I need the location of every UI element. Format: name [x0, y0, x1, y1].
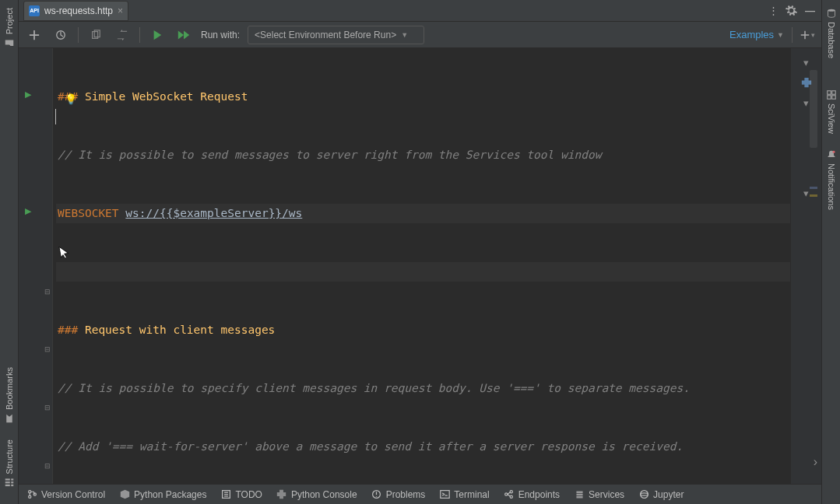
- api-icon: API: [29, 5, 40, 16]
- database-icon: [826, 8, 837, 19]
- http-toolbar: Run with: <Select Environment Before Run…: [19, 22, 821, 48]
- file-tab-ws-requests[interactable]: API ws-requests.http ×: [23, 1, 128, 21]
- jupyter-label: Jupyter: [653, 489, 684, 500]
- svg-point-15: [28, 491, 30, 493]
- svg-rect-9: [827, 96, 831, 100]
- scrollbar-thumb[interactable]: [810, 70, 817, 148]
- chevron-down-icon: ▼: [401, 31, 408, 39]
- sciview-tab-label: SciView: [827, 103, 836, 134]
- text-caret: [55, 109, 56, 124]
- sciview-tab[interactable]: SciView: [826, 82, 837, 142]
- add-env-button[interactable]: ▾: [800, 30, 815, 40]
- python-packages-button[interactable]: Python Packages: [119, 489, 206, 500]
- notifications-tab[interactable]: Notifications: [826, 142, 837, 218]
- run-gutter-icon[interactable]: ▶: [25, 206, 31, 216]
- error-stripe[interactable]: [810, 70, 817, 436]
- svg-point-11: [832, 151, 835, 153]
- svg-point-23: [510, 495, 512, 498]
- svg-point-6: [828, 9, 835, 12]
- terminal-icon: [439, 489, 450, 500]
- endpoints-button[interactable]: Endpoints: [504, 489, 560, 500]
- sciview-icon: [826, 89, 837, 100]
- jupyter-icon: [638, 489, 649, 500]
- svg-rect-1: [5, 485, 9, 486]
- copy-button[interactable]: [86, 26, 105, 44]
- toolbar-divider: [78, 27, 79, 43]
- terminal-button[interactable]: Terminal: [439, 489, 489, 500]
- svg-rect-4: [11, 479, 13, 481]
- chevron-down-icon: ▼: [777, 31, 784, 39]
- code-editor[interactable]: ### Simple WebSocket Request // It is po…: [53, 48, 821, 484]
- project-tab-label: Project: [5, 8, 14, 34]
- editor-area: ▶ ▶ ⊟ ⊟ ⊟ ⊟ ### Simple WebSocket Request…: [19, 48, 821, 484]
- close-tab-icon[interactable]: ×: [118, 5, 123, 16]
- structure-icon: [4, 478, 15, 488]
- svg-point-22: [510, 491, 512, 493]
- examples-label: Examples: [729, 29, 774, 40]
- package-icon: [119, 489, 130, 500]
- more-menu-icon[interactable]: ⋮: [768, 5, 778, 16]
- terminal-label: Terminal: [454, 489, 489, 500]
- environment-select[interactable]: <Select Environment Before Run> ▼: [248, 26, 424, 44]
- folder-icon: [4, 37, 15, 48]
- svg-rect-0: [11, 485, 13, 486]
- project-tab[interactable]: Project: [4, 0, 15, 56]
- svg-rect-2: [11, 482, 13, 484]
- fold-icon[interactable]: ⊟: [44, 345, 51, 353]
- minimize-icon[interactable]: —: [805, 5, 815, 16]
- python-icon: [276, 489, 287, 500]
- svg-point-24: [640, 491, 648, 499]
- add-request-button[interactable]: [25, 26, 44, 44]
- problems-button[interactable]: Problems: [371, 489, 426, 500]
- gear-icon[interactable]: [786, 5, 797, 16]
- marker: [810, 187, 817, 189]
- python-console-button[interactable]: Python Console: [276, 489, 357, 500]
- svg-rect-10: [831, 96, 835, 100]
- run-all-button[interactable]: [174, 26, 193, 44]
- run-with-label: Run with:: [201, 30, 240, 40]
- toolbar-divider: [792, 27, 793, 43]
- python-packages-label: Python Packages: [134, 489, 206, 500]
- chevron-down-icon: ▾: [811, 31, 815, 39]
- version-control-button[interactable]: Version Control: [26, 489, 105, 500]
- fold-icon[interactable]: ⊟: [44, 404, 51, 411]
- structure-tab-label: Structure: [5, 439, 14, 474]
- toolbar-divider: [139, 27, 140, 43]
- services-button[interactable]: Services: [574, 489, 624, 500]
- problems-label: Problems: [386, 489, 426, 500]
- left-toolwindow-bar: Project Bookmarks Structure: [0, 0, 19, 504]
- convert-button[interactable]: [113, 26, 132, 44]
- todo-icon: [220, 489, 231, 500]
- bookmarks-tab[interactable]: Bookmarks: [4, 359, 15, 432]
- python-console-label: Python Console: [291, 489, 357, 500]
- run-gutter-icon[interactable]: ▶: [25, 89, 31, 100]
- bell-icon: [826, 149, 837, 160]
- svg-point-25: [640, 493, 648, 495]
- todo-button[interactable]: TODO: [220, 489, 262, 500]
- run-button[interactable]: [148, 26, 167, 44]
- svg-point-16: [28, 495, 30, 498]
- notifications-tab-label: Notifications: [827, 163, 836, 210]
- endpoints-icon: [504, 489, 515, 500]
- intention-bulb-icon[interactable]: 💡: [65, 89, 77, 109]
- bookmarks-tab-label: Bookmarks: [5, 367, 14, 410]
- jupyter-button[interactable]: Jupyter: [638, 489, 684, 500]
- chevron-right-icon[interactable]: ›: [814, 455, 817, 469]
- history-button[interactable]: [51, 26, 70, 44]
- problems-icon: [371, 489, 382, 500]
- database-tab-label: Database: [827, 22, 836, 58]
- structure-tab[interactable]: Structure: [4, 432, 15, 496]
- services-label: Services: [589, 489, 624, 500]
- examples-dropdown[interactable]: Examples ▼: [729, 29, 784, 40]
- editor-tabs: API ws-requests.http × ⋮ —: [19, 0, 821, 22]
- chevron-down-icon[interactable]: ▾: [799, 54, 814, 70]
- vcs-icon: [26, 489, 37, 500]
- svg-rect-5: [5, 479, 9, 481]
- marker: [810, 194, 817, 197]
- svg-point-21: [505, 493, 508, 495]
- database-tab[interactable]: Database: [826, 0, 837, 66]
- fold-icon[interactable]: ⊟: [44, 462, 51, 470]
- endpoints-label: Endpoints: [518, 489, 560, 500]
- services-icon: [574, 489, 585, 500]
- fold-icon[interactable]: ⊟: [44, 288, 51, 296]
